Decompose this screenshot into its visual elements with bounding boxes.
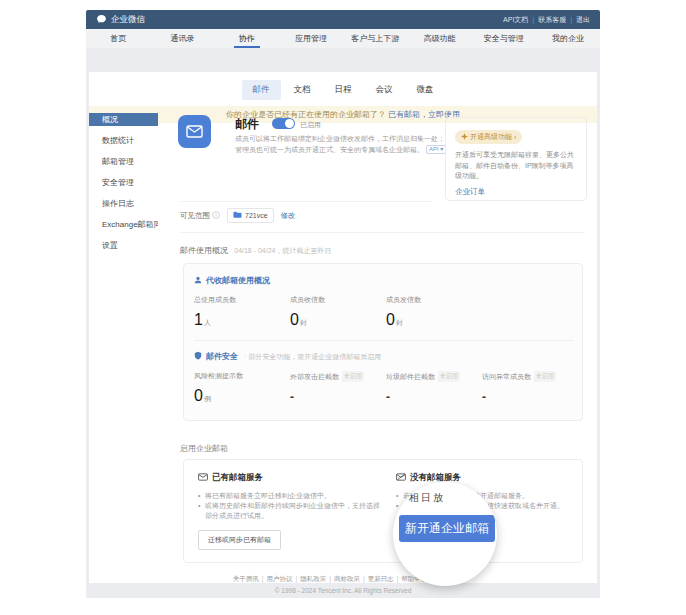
sidebar-item-mailbox-management[interactable]: 邮箱管理 xyxy=(89,155,158,168)
footer-link-privacy-policy[interactable]: 隐私政策 xyxy=(300,575,326,582)
envelope-slash-icon xyxy=(396,473,406,483)
envelope-icon xyxy=(198,473,208,483)
brand[interactable]: 企业微信 xyxy=(96,14,145,26)
sidebar-item-operation-log[interactable]: 操作日志 xyxy=(89,197,158,210)
separator: | xyxy=(329,575,331,582)
shield-icon xyxy=(194,351,202,362)
stat-label: 外部攻击拦截数未启用 xyxy=(290,371,386,382)
api-tag[interactable]: API ▾ xyxy=(426,145,446,154)
stat-abnormal-access: 访问异常成员数未启用 - xyxy=(482,371,578,405)
visibility-scope-chip: 721vce xyxy=(227,208,274,223)
stat-label: 风险检测提示数 xyxy=(194,371,290,381)
mail-security-subtitle: · 部分安全功能，需开通企业微信邮箱后启用 xyxy=(244,352,381,362)
sidebar-item-statistics[interactable]: 数据统计 xyxy=(89,134,158,147)
mail-enabled-toggle[interactable] xyxy=(272,118,295,129)
sidebar-item-exchange-sync[interactable]: Exchange邮箱同步 xyxy=(89,218,158,231)
nav-item-collaboration[interactable]: 协作 xyxy=(215,29,279,48)
stat-number: 0 xyxy=(386,311,395,328)
footer-link-about-tencent[interactable]: 关于腾讯 xyxy=(233,575,259,582)
divider xyxy=(180,201,432,202)
usage-stats-box: 代收邮箱使用概况 总使用成员数 1人 成员收信数 0封 成员发信数 xyxy=(183,263,583,421)
visibility-scope-label: 可见范围 xyxy=(180,211,220,221)
nav-item-app-management[interactable]: 应用管理 xyxy=(279,29,343,48)
mail-security-title: 邮件安全 xyxy=(206,351,238,362)
app-title: 邮件 xyxy=(235,116,259,133)
brand-name: 企业微信 xyxy=(111,14,145,26)
no-mailbox-header: 没有邮箱服务 xyxy=(396,472,576,484)
stat-label: 垃圾邮件拦截数未启用 xyxy=(386,371,482,382)
topbar-link-logout[interactable]: 退出 xyxy=(576,15,590,25)
separator: | xyxy=(262,575,264,582)
premium-pill-button[interactable]: 开通高级功能 › xyxy=(455,130,522,144)
footer-links: 关于腾讯|用户协议|隐私政策|商标政策|更新日志|帮助中心|中文 ▾ xyxy=(86,575,600,584)
stat-spam-blocked: 垃圾邮件拦截数未启用 - xyxy=(386,371,482,405)
nav-item-advanced[interactable]: 高级功能 xyxy=(407,29,471,48)
nav-item-security-management[interactable]: 安全与管理 xyxy=(472,29,536,48)
enterprise-orders-link[interactable]: 企业订单 xyxy=(455,187,577,197)
person-icon xyxy=(194,276,202,286)
footer-copyright: © 1998 - 2024 Tencent Inc. All Rights Re… xyxy=(86,587,600,594)
info-icon[interactable] xyxy=(212,211,220,221)
stat-label-text: 访问异常成员数 xyxy=(482,372,531,382)
nav-item-contacts[interactable]: 通讯录 xyxy=(150,29,214,48)
footer-link-trademark-policy[interactable]: 商标政策 xyxy=(334,575,360,582)
sidebar-item-security-management[interactable]: 安全管理 xyxy=(89,176,158,189)
stat-label-text: 垃圾邮件拦截数 xyxy=(386,372,435,382)
chevron-right-icon: › xyxy=(514,134,516,141)
wecom-logo-icon xyxy=(96,14,107,25)
have-mailbox-title: 已有邮箱服务 xyxy=(212,472,263,484)
main-panel: 邮件 已启用 成员可以将工作邮箱绑定到企业微信收发邮件，工作消息归集一处；管理员… xyxy=(178,113,590,573)
edit-scope-link[interactable]: 修改 xyxy=(281,211,296,221)
sidebar-item-overview[interactable]: 概况 xyxy=(89,113,158,126)
bullet-item: 将已有邮箱服务立即迁移到企业微信中。 xyxy=(198,491,380,501)
open-new-mailbox-button[interactable]: 新开通企业邮箱 xyxy=(399,515,495,542)
content-card: 邮件 文档 日程 会议 微盘 你的企业是否已经有正在使用的企业邮箱了？ 已有邮箱… xyxy=(89,72,597,583)
sidebar: 概况 数据统计 邮箱管理 安全管理 操作日志 Exchange邮箱同步 设置 xyxy=(89,113,158,260)
nav-item-customers[interactable]: 客户与上下游 xyxy=(343,29,407,48)
stat-number: 1 xyxy=(194,311,203,328)
admin-window: 企业微信 API文档 | 联系客服 | 退出 首页 通讯录 协作 应用管理 客户… xyxy=(86,10,600,598)
sidebar-item-settings[interactable]: 设置 xyxy=(89,239,158,252)
stat-label: 成员发信数 xyxy=(386,295,482,305)
stat-unit: 封 xyxy=(300,319,307,326)
stat-mails-sent: 成员发信数 0封 xyxy=(386,295,482,329)
stat-unit: 例 xyxy=(204,395,211,402)
separator: | xyxy=(570,16,572,23)
tab-calendar[interactable]: 日程 xyxy=(324,80,363,100)
folder-icon xyxy=(233,211,242,220)
divider xyxy=(180,232,585,233)
tab-drive[interactable]: 微盘 xyxy=(406,80,445,100)
footer-link-user-agreement[interactable]: 用户协议 xyxy=(267,575,293,582)
enable-mailbox-box: 已有邮箱服务 将已有邮箱服务立即迁移到企业微信中。 或将历史邮件和新邮件持续同步… xyxy=(183,459,583,563)
inbox-stats-row: 总使用成员数 1人 成员收信数 0封 成员发信数 0封 xyxy=(194,295,574,329)
tab-docs[interactable]: 文档 xyxy=(283,80,322,100)
not-enabled-badge: 未启用 xyxy=(534,371,556,382)
magnified-text-fragment: 相日放 xyxy=(409,491,445,505)
stat-unit: 人 xyxy=(204,319,211,326)
topbar-link-contact-support[interactable]: 联系客服 xyxy=(538,15,566,25)
stat-unit: 封 xyxy=(396,319,403,326)
stat-dash-value: - xyxy=(290,390,386,404)
stat-total-members: 总使用成员数 1人 xyxy=(194,295,290,329)
premium-promo-card: 开通高级功能 › 开通后可享受无限邮箱容量、更多公共邮箱、邮件自动备份、IP限制… xyxy=(445,117,587,201)
nav-item-my-company[interactable]: 我的企业 xyxy=(536,29,600,48)
have-mailbox-header: 已有邮箱服务 xyxy=(198,472,380,484)
usage-period: 04/18 - 04/24，统计截止至昨日 xyxy=(234,247,331,254)
topbar-link-api-docs[interactable]: API文档 xyxy=(503,15,528,25)
topbar-links: API文档 | 联系客服 | 退出 xyxy=(503,15,590,25)
mail-app-icon xyxy=(178,115,211,148)
usage-section-title: 邮件使用概况 04/18 - 04/24，统计截止至昨日 xyxy=(180,245,332,256)
stat-label: 访问异常成员数未启用 xyxy=(482,371,578,382)
tab-meeting[interactable]: 会议 xyxy=(365,80,404,100)
app-description-text: 成员可以将工作邮箱绑定到企业微信收发邮件，工作消息归集一处；管理员也可统一为成员… xyxy=(235,135,445,153)
stat-external-attacks: 外部攻击拦截数未启用 - xyxy=(290,371,386,405)
migrate-sync-button[interactable]: 迁移或同步已有邮箱 xyxy=(198,530,281,550)
tab-mail[interactable]: 邮件 xyxy=(242,80,281,100)
enable-section-title: 启用企业邮箱 xyxy=(180,443,228,454)
page-background: 邮件 文档 日程 会议 微盘 你的企业是否已经有正在使用的企业邮箱了？ 已有邮箱… xyxy=(86,48,600,598)
visibility-scope-row: 可见范围 721vce 修改 xyxy=(180,208,296,223)
footer-link-changelog[interactable]: 更新日志 xyxy=(368,575,394,582)
nav-item-home[interactable]: 首页 xyxy=(86,29,150,48)
stat-number: 0 xyxy=(194,387,203,404)
stat-value: 0例 xyxy=(194,387,290,405)
